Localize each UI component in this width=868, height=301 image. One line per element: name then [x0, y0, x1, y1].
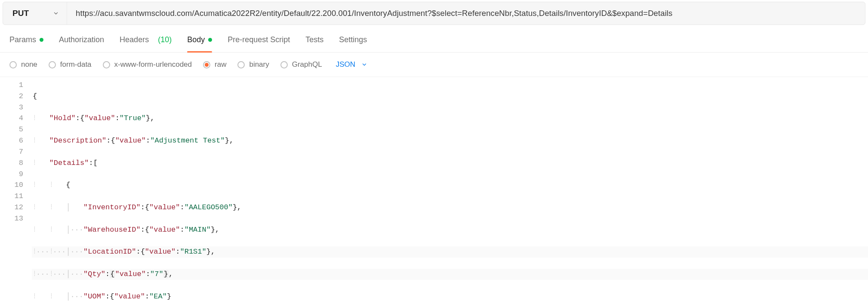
- request-tabs: Params Authorization Headers (10) Body P…: [0, 25, 868, 53]
- http-method-label: PUT: [12, 9, 29, 18]
- request-url-input[interactable]: https://acu.savantwmscloud.com/Acumatica…: [67, 2, 865, 25]
- tab-authorization[interactable]: Authorization: [59, 35, 104, 52]
- radio-icon: [203, 61, 210, 68]
- chevron-down-icon: [361, 62, 367, 68]
- radio-icon: [103, 61, 110, 68]
- tab-body[interactable]: Body: [187, 35, 212, 52]
- body-content-type-select[interactable]: JSON: [336, 60, 367, 69]
- chevron-down-icon: [53, 10, 59, 16]
- dot-icon: [208, 38, 212, 42]
- tab-settings[interactable]: Settings: [339, 35, 367, 52]
- tab-params[interactable]: Params: [9, 35, 43, 52]
- radio-x-www-form-urlencoded[interactable]: x-www-form-urlencoded: [103, 60, 192, 69]
- radio-binary[interactable]: binary: [237, 60, 269, 69]
- headers-count: (10): [158, 35, 172, 44]
- radio-icon: [280, 61, 288, 68]
- code-content[interactable]: { ⸽ "Hold":{"value":"True"}, ⸽ "Descript…: [32, 80, 868, 301]
- body-type-row: none form-data x-www-form-urlencoded raw…: [0, 53, 868, 77]
- tab-tests[interactable]: Tests: [305, 35, 323, 52]
- http-method-select[interactable]: PUT: [3, 2, 67, 25]
- radio-icon: [9, 61, 17, 68]
- dot-icon: [40, 38, 43, 42]
- code-editor[interactable]: 1 2 3 4 5 6 7 8 9 10 11 12 13 { ⸽ "Hold"…: [0, 77, 868, 301]
- line-gutter: 1 2 3 4 5 6 7 8 9 10 11 12 13: [0, 80, 32, 301]
- radio-form-data[interactable]: form-data: [49, 60, 92, 69]
- request-bar: PUT https://acu.savantwmscloud.com/Acuma…: [3, 2, 865, 25]
- radio-graphql[interactable]: GraphQL: [280, 60, 322, 69]
- radio-raw[interactable]: raw: [203, 60, 226, 69]
- tab-headers[interactable]: Headers (10): [120, 35, 172, 52]
- radio-icon: [237, 61, 245, 68]
- request-url-text: https://acu.savantwmscloud.com/Acumatica…: [76, 9, 672, 18]
- radio-icon: [49, 61, 56, 68]
- radio-none[interactable]: none: [9, 60, 37, 69]
- tab-pre-request-script[interactable]: Pre-request Script: [228, 35, 290, 52]
